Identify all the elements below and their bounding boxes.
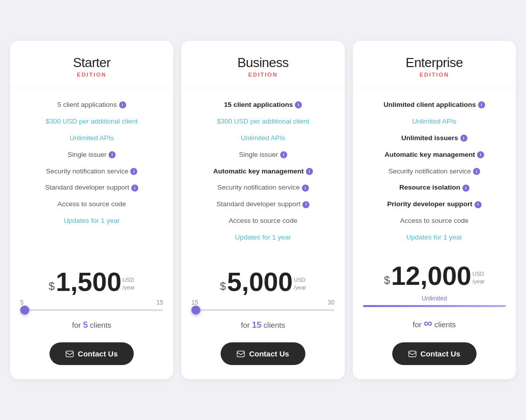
- plan-title-business: Business: [191, 55, 334, 71]
- plan-pricing-starter: $ 1,500 USD/year: [10, 261, 173, 295]
- info-icon-starter-4[interactable]: i: [130, 168, 137, 175]
- feature-item-starter-2: Unlimited APIs: [18, 134, 165, 143]
- feature-item-business-3: Single issueri: [189, 150, 336, 160]
- plan-card-enterprise: Enterprise EDITION Unlimited client appl…: [353, 41, 516, 379]
- contact-button-business[interactable]: Contact Us: [221, 342, 305, 365]
- contact-section-starter: Contact Us: [10, 334, 173, 379]
- price-amount-business: 5,000: [227, 269, 293, 295]
- info-icon-enterprise-3[interactable]: i: [477, 151, 484, 158]
- plan-header-enterprise: Enterprise EDITION: [353, 41, 516, 88]
- svg-rect-1: [237, 351, 244, 356]
- plan-subtitle-enterprise: EDITION: [363, 72, 506, 78]
- plan-features-business: 15 client applicationsi$300 USD per addi…: [181, 88, 344, 261]
- price-period-enterprise: USD/year: [472, 270, 485, 285]
- info-icon-enterprise-2[interactable]: i: [460, 135, 467, 142]
- slider-thumb-business[interactable]: [191, 306, 200, 315]
- feature-item-business-8: Updates for 1 year: [189, 233, 336, 243]
- slider-labels-starter: 5 15: [20, 299, 163, 306]
- feature-item-enterprise-1: Unlimited APIs: [361, 117, 508, 127]
- slider-max-business: 30: [328, 299, 334, 306]
- slider-max-starter: 15: [156, 299, 163, 306]
- mail-icon-business: [237, 350, 245, 358]
- mail-icon-enterprise: [408, 350, 416, 358]
- price-period-business: USD/year: [294, 276, 306, 291]
- unlimited-slider-track: [363, 305, 506, 307]
- plan-card-starter: Starter EDITION 5 client applicationsi$3…: [10, 41, 173, 379]
- plan-subtitle-starter: EDITION: [20, 72, 163, 78]
- feature-item-business-4: Automatic key managementi: [189, 167, 336, 176]
- price-amount-starter: 1,500: [56, 269, 121, 295]
- slider-labels-business: 15 30: [191, 299, 334, 306]
- feature-item-enterprise-4: Security notification servicei: [361, 167, 508, 176]
- svg-rect-0: [66, 351, 73, 356]
- slider-section-business: 15 30: [181, 295, 344, 314]
- info-icon-business-6[interactable]: i: [302, 201, 309, 208]
- clients-infinity-enterprise: ∞: [424, 316, 432, 330]
- info-icon-enterprise-6[interactable]: i: [475, 201, 482, 208]
- info-icon-business-0[interactable]: i: [295, 101, 302, 108]
- slider-thumb-starter[interactable]: [20, 306, 29, 315]
- clients-value-business: 15: [252, 320, 261, 330]
- info-icon-business-4[interactable]: i: [306, 168, 313, 175]
- plan-title-enterprise: Enterprise: [363, 55, 506, 71]
- slider-min-business: 15: [191, 299, 198, 306]
- plan-features-starter: 5 client applicationsi$300 USD per addit…: [10, 88, 173, 261]
- feature-item-starter-5: Standard developer supporti: [18, 183, 165, 193]
- clients-value-starter: 5: [83, 320, 87, 330]
- feature-item-starter-0: 5 client applicationsi: [18, 100, 165, 110]
- svg-rect-2: [409, 351, 416, 356]
- plan-pricing-business: $ 5,000 USD/year: [181, 261, 344, 295]
- info-icon-starter-0[interactable]: i: [119, 101, 126, 108]
- contact-button-starter[interactable]: Contact Us: [49, 342, 134, 365]
- slider-unlimited-label: Unlimited: [363, 295, 506, 302]
- feature-item-business-2: Unlimited APIs: [189, 134, 336, 143]
- price-display-enterprise: $ 12,000 USD/year: [363, 263, 506, 289]
- feature-item-business-0: 15 client applicationsi: [189, 100, 336, 110]
- price-dollar-enterprise: $: [384, 274, 390, 287]
- feature-item-starter-3: Single issueri: [18, 150, 165, 160]
- feature-item-business-1: $300 USD per additional client: [189, 117, 336, 127]
- plan-subtitle-business: EDITION: [191, 72, 334, 78]
- clients-label-business: for 15 clients: [181, 320, 344, 330]
- info-icon-enterprise-5[interactable]: i: [462, 185, 469, 192]
- plan-card-business: Business EDITION 15 client applicationsi…: [181, 41, 344, 379]
- info-icon-business-5[interactable]: i: [302, 185, 309, 192]
- plan-header-starter: Starter EDITION: [10, 41, 173, 88]
- plan-pricing-enterprise: $ 12,000 USD/year: [353, 255, 516, 289]
- mail-icon-starter: [66, 350, 74, 358]
- feature-item-enterprise-3: Automatic key managementi: [361, 150, 508, 160]
- feature-item-starter-1: $300 USD per additional client: [18, 117, 165, 127]
- price-period-starter: USD/year: [123, 276, 135, 291]
- slider-min-starter: 5: [20, 299, 24, 306]
- slider-section-starter: 5 15: [10, 295, 173, 314]
- contact-label-business: Contact Us: [249, 349, 289, 358]
- info-icon-starter-5[interactable]: i: [131, 185, 138, 192]
- feature-item-starter-4: Security notification servicei: [18, 167, 165, 176]
- info-icon-enterprise-0[interactable]: i: [478, 101, 485, 108]
- contact-label-starter: Contact Us: [78, 349, 118, 358]
- feature-item-enterprise-0: Unlimited client applicationsi: [361, 100, 508, 110]
- price-display-starter: $ 1,500 USD/year: [20, 269, 163, 295]
- plan-header-business: Business EDITION: [181, 41, 344, 88]
- clients-label-starter: for 5 clients: [10, 320, 173, 330]
- feature-item-starter-6: Access to source code: [18, 200, 165, 209]
- feature-item-enterprise-2: Unlimited issuersi: [361, 134, 508, 143]
- feature-item-enterprise-5: Resource isolationi: [361, 183, 508, 193]
- contact-section-enterprise: Contact Us: [353, 334, 516, 379]
- info-icon-business-3[interactable]: i: [280, 151, 287, 158]
- slider-track-starter[interactable]: [20, 309, 163, 311]
- price-dollar-business: $: [220, 280, 226, 293]
- info-icon-starter-3[interactable]: i: [109, 151, 116, 158]
- price-amount-enterprise: 12,000: [391, 263, 471, 289]
- pricing-container: Starter EDITION 5 client applicationsi$3…: [10, 41, 516, 379]
- plan-features-enterprise: Unlimited client applicationsiUnlimited …: [353, 88, 516, 255]
- contact-button-enterprise[interactable]: Contact Us: [392, 342, 477, 365]
- feature-item-business-5: Security notification servicei: [189, 183, 336, 193]
- clients-label-enterprise: for ∞ clients: [353, 316, 516, 330]
- feature-item-enterprise-8: Updates for 1 year: [361, 233, 508, 243]
- feature-item-enterprise-6: Priority developer supporti: [361, 200, 508, 209]
- info-icon-enterprise-4[interactable]: i: [473, 168, 480, 175]
- plan-title-starter: Starter: [20, 55, 163, 71]
- slider-section-enterprise: Unlimited: [353, 289, 516, 310]
- slider-track-business[interactable]: [191, 309, 334, 311]
